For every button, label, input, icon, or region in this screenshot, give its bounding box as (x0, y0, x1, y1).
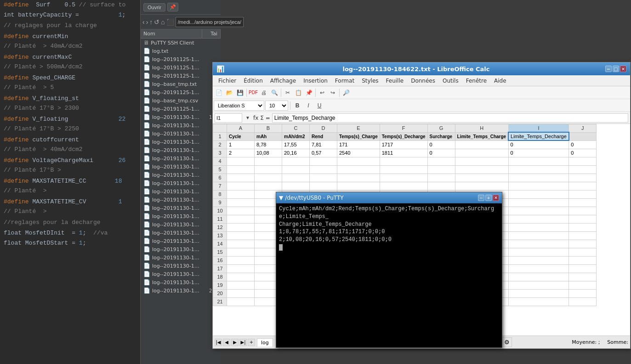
grid-cell[interactable] (310, 165, 337, 174)
file-item[interactable]: 📄log--20191125-142... (141, 63, 221, 72)
grid-cell[interactable] (508, 182, 569, 190)
grid-cell[interactable] (227, 281, 255, 289)
nav-back-button[interactable]: ‹ (142, 17, 145, 27)
file-item[interactable]: 🖥PuTTY SSH Client (141, 39, 221, 47)
grid-cell[interactable] (282, 182, 310, 190)
sheet-tab[interactable]: log (257, 338, 273, 347)
grid-cell[interactable] (569, 256, 597, 264)
grid-cell[interactable]: Rend (310, 132, 337, 140)
grid-cell[interactable] (380, 165, 427, 174)
grid-cell[interactable] (337, 174, 380, 182)
putty-terminal[interactable]: Cycle;mAh;mAh/dm2;Rend;Temps(s)_Charge;T… (276, 203, 502, 347)
col-header-I[interactable]: I (508, 124, 569, 133)
formula-dropdown-button[interactable]: ▼ (244, 113, 251, 123)
file-item[interactable]: 📄log--20191130-161... (141, 237, 221, 245)
address-bar[interactable] (176, 17, 244, 27)
grid-cell[interactable] (508, 190, 569, 198)
pin-button[interactable]: 📌 (167, 3, 178, 11)
grid-cell[interactable]: 171 (337, 140, 380, 149)
grid-cell[interactable] (569, 157, 597, 165)
grid-cell[interactable]: Limite_Temps_Charge (455, 132, 508, 140)
file-item[interactable]: 📄log--20191130-142... (141, 179, 221, 187)
grid-cell[interactable] (569, 165, 597, 174)
grid-cell[interactable] (310, 182, 337, 190)
cell-ref-input[interactable] (215, 113, 242, 123)
col-header-E[interactable]: E (337, 124, 380, 133)
file-item[interactable]: 📄log--20191125-172... (141, 105, 221, 113)
nav-refresh-button[interactable]: ↺ (154, 17, 159, 27)
sheet-prev-btn[interactable]: ◀ (223, 339, 230, 346)
grid-cell[interactable] (227, 174, 255, 182)
col-header-F[interactable]: F (380, 124, 427, 133)
grid-cell[interactable] (380, 157, 427, 165)
calc-close-button[interactable]: ✕ (620, 66, 626, 72)
grid-cell[interactable]: 7,81 (310, 140, 337, 149)
grid-cell[interactable] (569, 215, 597, 223)
tb-paste-button[interactable]: 📌 (304, 88, 314, 98)
grid-cell[interactable] (569, 182, 597, 190)
grid-cell[interactable] (455, 140, 508, 149)
tb-open-button[interactable]: 📂 (224, 88, 234, 98)
menu-item-fichier[interactable]: Fichier (215, 77, 240, 85)
file-item[interactable]: 📄log--20191125-142... (141, 72, 221, 80)
tb-bold-button[interactable]: B (292, 101, 302, 111)
search-settings-button[interactable]: ⚙ (502, 337, 512, 347)
grid-cell[interactable]: 1 (227, 140, 255, 149)
file-item[interactable]: 📄log--20191130-133... (141, 121, 221, 129)
grid-cell[interactable]: 0,57 (310, 149, 337, 157)
grid-cell[interactable] (508, 157, 569, 165)
grid-cell[interactable]: 0 (569, 140, 597, 149)
grid-cell[interactable]: Temps(s)_Charge (337, 132, 380, 140)
grid-cell[interactable] (227, 256, 255, 264)
grid-cell[interactable] (255, 165, 282, 174)
grid-cell[interactable] (227, 198, 255, 207)
grid-cell[interactable] (455, 182, 508, 190)
sheet-last-btn[interactable]: ▶| (239, 339, 247, 346)
grid-cell[interactable]: mAh/dm2 (282, 132, 310, 140)
tb-find-button[interactable]: 🔎 (341, 88, 351, 98)
formula-input[interactable] (272, 113, 628, 123)
file-item[interactable]: 📄log--base_tmp.csv (141, 96, 221, 105)
col-header-C[interactable]: C (282, 124, 310, 133)
menu-item-feuille[interactable]: Feuille (382, 77, 408, 85)
file-item[interactable]: 📄log--20191130-142... (141, 187, 221, 196)
file-item[interactable]: 📄log--20191130-155... (141, 220, 221, 229)
grid-cell[interactable] (569, 174, 597, 182)
col-header-J[interactable]: J (569, 124, 597, 133)
tb-copy-button[interactable]: 📋 (293, 88, 303, 98)
grid-cell[interactable] (255, 174, 282, 182)
grid-cell[interactable] (337, 182, 380, 190)
calc-minimize-button[interactable]: − (605, 66, 612, 72)
grid-cell[interactable] (569, 240, 597, 248)
col-header-H[interactable]: H (455, 124, 508, 133)
grid-cell[interactable] (508, 256, 569, 264)
file-item[interactable]: 📄log--20191130-155... (141, 229, 221, 237)
grid-cell[interactable] (508, 248, 569, 256)
sheet-first-btn[interactable]: |◀ (215, 339, 222, 346)
menu-item-format[interactable]: Format (331, 77, 358, 85)
font-selector[interactable]: Liberation S (214, 101, 264, 111)
putty-maximize-button[interactable]: + (485, 195, 492, 201)
grid-cell[interactable] (508, 207, 569, 215)
sheet-add-btn[interactable]: + (248, 339, 255, 346)
grid-cell[interactable] (282, 165, 310, 174)
grid-cell[interactable] (508, 223, 569, 231)
grid-cell[interactable] (455, 149, 508, 157)
file-item[interactable]: 📄log--20191130-183... (141, 278, 221, 286)
grid-cell[interactable] (310, 174, 337, 182)
grid-cell[interactable] (569, 289, 597, 297)
grid-cell[interactable]: 20,16 (282, 149, 310, 157)
grid-cell[interactable] (227, 223, 255, 231)
file-item[interactable]: 📄log--20191130-172... (141, 253, 221, 262)
grid-cell[interactable] (455, 157, 508, 165)
grid-cell[interactable] (310, 157, 337, 165)
grid-cell[interactable] (455, 165, 508, 174)
grid-cell[interactable] (227, 190, 255, 198)
grid-cell[interactable]: 10,08 (255, 149, 282, 157)
grid-cell[interactable] (508, 215, 569, 223)
file-item[interactable]: 📄log--20191130-182... (141, 270, 221, 278)
grid-cell[interactable]: 1717 (380, 140, 427, 149)
grid-cell[interactable]: Surcharge (427, 132, 455, 140)
tb-save-button[interactable]: 💾 (235, 88, 245, 98)
menu-item-insertion[interactable]: Insertion (300, 77, 331, 85)
